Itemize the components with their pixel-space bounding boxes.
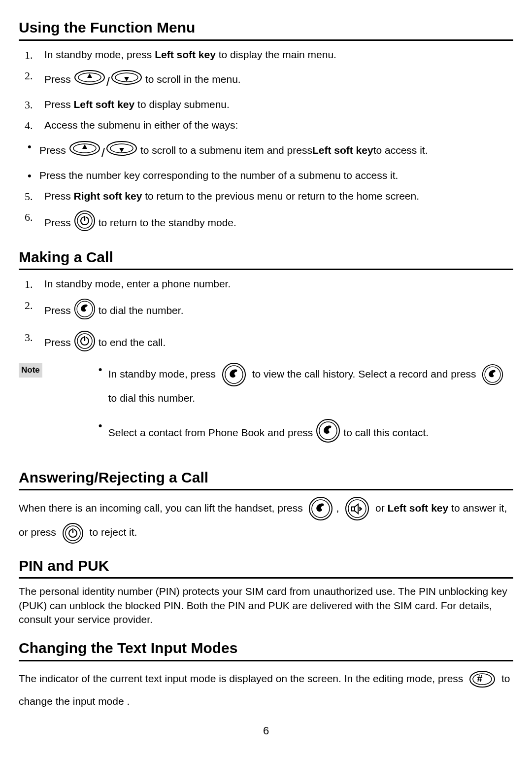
call-key-icon — [308, 496, 333, 521]
step-3: 3. Press Left soft key to display submen… — [44, 98, 513, 111]
call-key-icon — [482, 364, 503, 385]
note-bullet-1: In standby mode, press to view the call … — [108, 362, 513, 410]
note-block: Note In standby mode, press to view the … — [19, 362, 513, 456]
nav-up-down-icon: / — [74, 69, 142, 91]
call-step-3: 3. Press to end the call. — [44, 330, 513, 355]
nav-up-down-icon: / — [69, 139, 137, 162]
note-bullet-2: Select a contact from Phone Book and pre… — [108, 418, 513, 447]
page-number: 6 — [19, 724, 513, 738]
heading-function-menu: Using the Function Menu — [19, 18, 513, 41]
step-6: 6. Press to return to the standby mode. — [44, 210, 513, 235]
pin-puk-paragraph: The personal identity number (PIN) prote… — [19, 585, 513, 626]
step-1: 1. In standby mode, press Left soft key … — [44, 48, 513, 62]
step-4: 4. Access the submenu in either of the w… — [44, 118, 513, 132]
bullet-number-key: Press the number key corresponding to th… — [39, 169, 513, 182]
speaker-key-icon — [345, 496, 369, 521]
heading-making-call: Making a Call — [19, 247, 513, 271]
function-menu-steps: 1. In standby mode, press Left soft key … — [19, 48, 513, 133]
section-function-menu: Using the Function Menu 1. In standby mo… — [19, 18, 513, 236]
heading-input-modes: Changing the Text Input Modes — [19, 638, 513, 661]
call-key-icon — [316, 418, 340, 447]
function-menu-bullets: Press / to scroll to a submenu item and … — [19, 139, 513, 182]
making-call-steps: 1. In standby mode, enter a phone number… — [19, 277, 513, 355]
answering-paragraph: When there is an incoming call, you can … — [19, 496, 513, 544]
call-key-icon — [74, 298, 96, 323]
step-5: 5. Press Right soft key to return to the… — [44, 189, 513, 203]
call-step-2: 2. Press to dial the number. — [44, 298, 513, 323]
section-input-modes: Changing the Text Input Modes The indica… — [19, 638, 513, 713]
call-key-icon — [222, 362, 246, 387]
power-key-icon — [74, 330, 96, 355]
step-2: 2. Press / to scroll in the menu. — [44, 69, 513, 91]
note-label: Note — [19, 363, 42, 378]
section-pin-puk: PIN and PUK The personal identity number… — [19, 556, 513, 627]
heading-answering: Answering/Rejecting a Call — [19, 468, 513, 491]
note-bullets: In standby mode, press to view the call … — [97, 362, 513, 447]
bullet-scroll: Press / to scroll to a submenu item and … — [39, 139, 513, 162]
hash-key-icon — [469, 670, 496, 689]
section-making-call: Making a Call 1. In standby mode, enter … — [19, 247, 513, 456]
power-key-icon — [74, 210, 96, 235]
input-modes-paragraph: The indicator of the current text input … — [19, 667, 513, 713]
call-step-1: 1. In standby mode, enter a phone number… — [44, 277, 513, 291]
power-key-icon — [62, 522, 84, 544]
function-menu-steps-2: 5. Press Right soft key to return to the… — [19, 189, 513, 236]
section-answering: Answering/Rejecting a Call When there is… — [19, 468, 513, 544]
heading-pin-puk: PIN and PUK — [19, 556, 513, 579]
